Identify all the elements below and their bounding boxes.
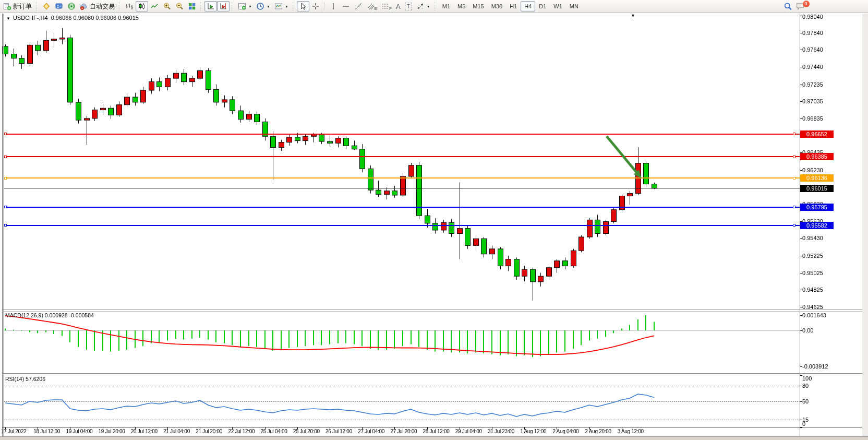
price-tick-label: 0.97640	[802, 46, 823, 53]
cursor-tool-button[interactable]	[297, 1, 309, 11]
main-toolbar: 新订单 自动交易	[0, 0, 868, 13]
timeframe-button-M30[interactable]: M30	[488, 1, 506, 11]
trendline-tool-button[interactable]	[352, 1, 365, 11]
tile-windows-icon	[188, 2, 196, 10]
chart-shift-icon	[219, 2, 227, 10]
line-chart-type-button[interactable]	[148, 1, 161, 11]
periods-button[interactable]: ▼	[254, 1, 272, 11]
price-tick-label: 0.97035	[802, 98, 823, 104]
crosshair-tool-button[interactable]	[309, 1, 322, 11]
toolbar-grip	[36, 2, 38, 10]
vertical-line-tool-button[interactable]	[327, 1, 340, 11]
text-label-tool-button[interactable]: T	[403, 1, 414, 11]
channel-tool-label: E	[375, 6, 377, 11]
timeframe-toolbar: M1M5M15M30H1H4D1W1MN	[439, 1, 582, 11]
time-axis-label: 27 Jul 20:00	[390, 429, 417, 434]
horizontal-line-0.96385[interactable]	[4, 156, 800, 157]
price-tick-label: 0.96835	[802, 115, 823, 122]
horizontal-line-0.95795[interactable]	[4, 207, 800, 208]
horizontal-line-0.96136[interactable]	[4, 177, 800, 179]
rsi-tick-label: 100	[802, 375, 812, 382]
collapse-triangle-icon[interactable]: ▼	[6, 16, 10, 21]
chart-title: ▼USDCHF-,H4 0.96066 0.96080 0.96006 0.96…	[6, 15, 139, 21]
zoom-out-icon	[175, 2, 184, 10]
bar-chart-icon	[125, 2, 134, 10]
arrows-tool-button[interactable]: ▼	[414, 1, 432, 11]
timeframe-button-M15[interactable]: M15	[469, 1, 487, 11]
indicators-button[interactable]: ▼	[236, 1, 254, 11]
text-tool-label: A	[396, 3, 401, 10]
line-anchor[interactable]	[4, 133, 7, 135]
auto-scroll-button[interactable]	[204, 1, 217, 11]
ohlc-values: 0.96066 0.96080 0.96006 0.96015	[51, 15, 139, 21]
time-axis-label: 20 Jul 12:00	[131, 429, 158, 434]
line-anchor[interactable]	[793, 224, 795, 227]
bar-chart-type-button[interactable]	[123, 1, 136, 11]
macd-panel-separator-shadow	[2, 311, 862, 312]
macd-panel-separator[interactable]	[2, 310, 862, 310]
time-axis-label: 25 Jul 04:00	[261, 429, 287, 434]
line-anchor[interactable]	[4, 156, 7, 158]
timeframe-button-M1[interactable]: M1	[439, 1, 454, 11]
time-axis-label: 28 Jul 12:00	[423, 429, 450, 434]
fibonacci-icon	[381, 2, 390, 10]
candlestick-chart-type-button[interactable]	[136, 1, 148, 11]
vertical-line-icon	[329, 2, 337, 10]
timeframe-button-MN[interactable]: MN	[566, 1, 582, 11]
tile-windows-button[interactable]	[186, 1, 198, 11]
line-anchor[interactable]	[793, 177, 795, 180]
time-axis-label: 25 Jul 20:00	[293, 429, 320, 434]
chart-canvas[interactable]	[0, 0, 868, 440]
zoom-out-button[interactable]	[173, 1, 186, 11]
line-anchor[interactable]	[793, 133, 795, 135]
bid-price-line[interactable]	[4, 188, 800, 188]
fibonacci-tool-button[interactable]: F	[379, 1, 394, 11]
metaquotes-button[interactable]	[40, 1, 53, 11]
time-axis-label: 29 Jul 04:00	[455, 429, 482, 434]
timeframe-button-H1[interactable]: H1	[506, 1, 521, 11]
search-icon[interactable]	[783, 2, 792, 11]
horizontal-line-0.96652[interactable]	[4, 134, 800, 135]
zoom-in-button[interactable]	[161, 1, 173, 11]
time-axis-label: 19 Jul 20:00	[99, 429, 125, 434]
price-label-0.95795: 0.95795	[800, 204, 834, 211]
timeframe-button-H4[interactable]: H4	[521, 1, 535, 11]
chart-shift-marker[interactable]: ▼	[631, 13, 635, 18]
price-tick-label: 0.95025	[802, 270, 823, 276]
price-tick-label: 0.97840	[802, 30, 823, 36]
line-anchor[interactable]	[4, 224, 7, 227]
textbox-tool-label: T	[405, 3, 412, 10]
line-anchor[interactable]	[4, 206, 7, 208]
line-anchor[interactable]	[4, 177, 7, 180]
chart-shift-button[interactable]	[217, 1, 230, 11]
horizontal-line-0.95582[interactable]	[4, 225, 800, 226]
timeframe-button-W1[interactable]: W1	[550, 1, 566, 11]
timeframe-button-M5[interactable]: M5	[454, 1, 469, 11]
chevron-down-icon: ▼	[427, 5, 430, 8]
time-axis-label: 26 Jul 12:00	[326, 429, 352, 434]
auto-trading-button[interactable]: 自动交易	[78, 1, 117, 11]
rsi-tick-label: 50	[802, 398, 809, 405]
line-anchor[interactable]	[793, 156, 795, 158]
market-watch-button[interactable]	[53, 1, 65, 11]
line-anchor[interactable]	[793, 206, 795, 208]
rsi-panel-separator[interactable]	[2, 373, 862, 374]
notifications-button[interactable]: 1	[795, 2, 809, 11]
timeframe-button-D1[interactable]: D1	[535, 1, 550, 11]
symbol-period-label: USDCHF-,H4	[13, 15, 48, 21]
signals-button[interactable]	[65, 1, 78, 11]
rsi-tick-label: 80	[802, 383, 809, 389]
price-label-0.95582: 0.95582	[800, 222, 834, 229]
equidistant-channel-icon	[367, 2, 375, 10]
time-axis-label: 3 Aug 12:00	[618, 429, 644, 434]
new-order-button[interactable]: 新订单	[1, 1, 34, 11]
horizontal-line-tool-button[interactable]	[340, 1, 352, 11]
signal-icon	[67, 2, 76, 10]
toolbar-grip	[119, 2, 121, 10]
templates-button[interactable]: ▼	[272, 1, 291, 11]
text-tool-button[interactable]: A	[394, 1, 403, 11]
time-axis-label: 19 Jul 04:00	[66, 429, 92, 434]
channel-tool-button[interactable]: E	[365, 1, 379, 11]
macd-indicator-label: MACD(12,26,9) 0.000928 -0.000584	[5, 312, 94, 318]
line-chart-icon	[150, 2, 159, 10]
